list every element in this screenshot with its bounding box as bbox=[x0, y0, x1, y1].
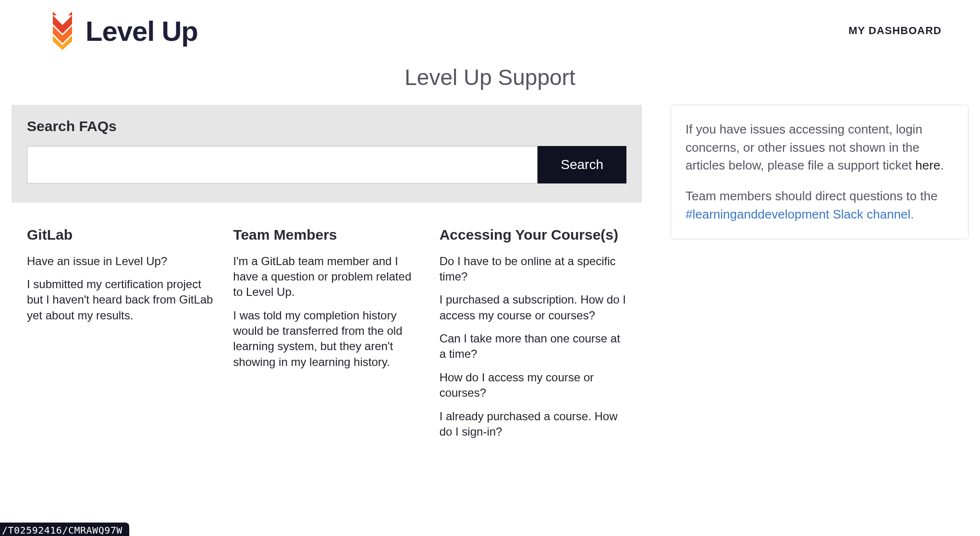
faq-link[interactable]: Do I have to be online at a specific tim… bbox=[440, 254, 626, 285]
main-column: Search FAQs Search GitLab Have an issue … bbox=[12, 105, 642, 447]
faq-link[interactable]: I'm a GitLab team member and I have a qu… bbox=[233, 254, 420, 300]
header: Level Up MY DASHBOARD bbox=[0, 0, 980, 55]
faq-columns: GitLab Have an issue in Level Up? I subm… bbox=[12, 226, 642, 447]
faq-section-accessing-courses: Accessing Your Course(s) Do I have to be… bbox=[440, 226, 626, 447]
faq-section-team-members: Team Members I'm a GitLab team member an… bbox=[233, 226, 420, 447]
faq-link[interactable]: I already purchased a course. How do I s… bbox=[440, 409, 626, 440]
support-ticket-link[interactable]: here bbox=[915, 158, 940, 172]
search-input[interactable] bbox=[27, 146, 538, 183]
search-row: Search bbox=[27, 146, 626, 183]
faq-section-gitlab: GitLab Have an issue in Level Up? I subm… bbox=[27, 226, 214, 447]
notice-text: Team members should direct questions to … bbox=[686, 189, 938, 203]
faq-heading: Team Members bbox=[233, 226, 420, 244]
brand-logo[interactable]: Level Up bbox=[48, 12, 198, 50]
support-notice: If you have issues accessing content, lo… bbox=[671, 105, 968, 239]
content: Search FAQs Search GitLab Have an issue … bbox=[0, 105, 980, 466]
side-column: If you have issues accessing content, lo… bbox=[671, 105, 968, 239]
faq-link[interactable]: I purchased a subscription. How do I acc… bbox=[440, 292, 626, 323]
faq-link[interactable]: Have an issue in Level Up? bbox=[27, 254, 214, 269]
page-title: Level Up Support bbox=[0, 64, 980, 90]
notice-paragraph-1: If you have issues accessing content, lo… bbox=[686, 121, 954, 175]
faq-heading: GitLab bbox=[27, 226, 214, 244]
faq-link[interactable]: I was told my completion history would b… bbox=[233, 308, 420, 370]
faq-link[interactable]: Can I take more than one course at a tim… bbox=[440, 331, 626, 362]
faq-link[interactable]: I submitted my certification project but… bbox=[27, 277, 214, 323]
search-panel: Search FAQs Search bbox=[12, 105, 642, 203]
search-button[interactable]: Search bbox=[538, 146, 626, 183]
slack-channel-link[interactable]: #learninganddevelopment Slack channel. bbox=[686, 207, 914, 221]
my-dashboard-link[interactable]: MY DASHBOARD bbox=[848, 24, 942, 37]
brand-name: Level Up bbox=[86, 15, 198, 47]
search-panel-title: Search FAQs bbox=[27, 118, 626, 134]
notice-text: If you have issues accessing content, lo… bbox=[686, 122, 922, 172]
notice-paragraph-2: Team members should direct questions to … bbox=[686, 187, 954, 223]
faq-link[interactable]: How do I access my course or courses? bbox=[440, 370, 626, 401]
faq-heading: Accessing Your Course(s) bbox=[440, 226, 626, 244]
notice-text: . bbox=[940, 158, 943, 172]
levelup-icon bbox=[48, 12, 77, 50]
